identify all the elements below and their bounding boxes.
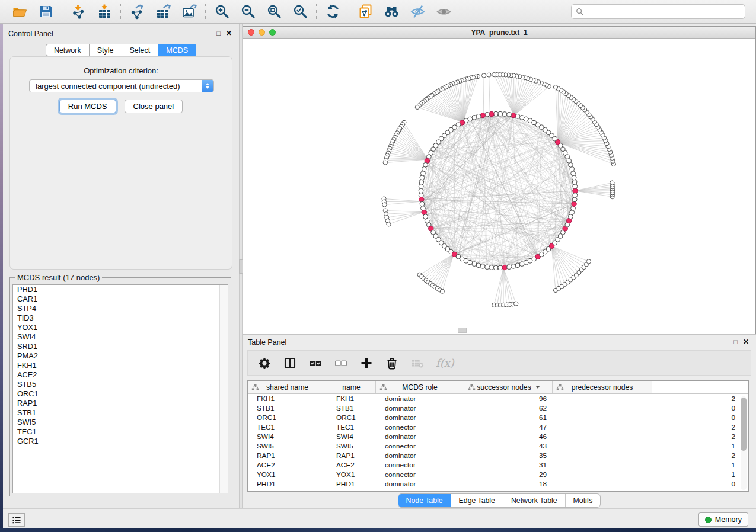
import-table-button[interactable] (95, 3, 114, 21)
graph-node[interactable] (383, 161, 387, 165)
zoom-in-button[interactable] (212, 3, 231, 21)
graph-node[interactable] (420, 175, 425, 180)
dominator-node[interactable] (502, 265, 507, 270)
graph-node[interactable] (573, 184, 578, 189)
close-table-panel-icon[interactable]: ✕ (743, 338, 749, 345)
graph-node[interactable] (487, 73, 491, 77)
dominator-node[interactable] (573, 188, 578, 193)
search-input[interactable] (587, 7, 741, 17)
table-scrollbar-thumb[interactable] (741, 398, 747, 451)
graph-node[interactable] (570, 210, 575, 215)
graph-node[interactable] (480, 264, 485, 269)
table-row[interactable]: SWI5SWI5connector431 (248, 441, 748, 451)
table-scrollbar[interactable] (741, 396, 747, 490)
mcds-result-item[interactable]: TEC1 (13, 427, 228, 437)
table-row[interactable]: ACE2ACE2connector311 (248, 460, 748, 470)
graph-node[interactable] (573, 193, 578, 198)
graph-node[interactable] (419, 188, 423, 193)
graph-node[interactable] (553, 85, 557, 89)
deselect-all-button[interactable] (334, 356, 348, 370)
graph-node[interactable] (387, 222, 391, 226)
dominator-node[interactable] (480, 113, 485, 117)
tab-edge-table[interactable]: Edge Table (451, 494, 503, 507)
table-row[interactable]: RAP1RAP1dominator352 (248, 451, 748, 460)
table-row[interactable]: TEC1TEC1connector472 (248, 422, 748, 432)
graph-node[interactable] (493, 265, 498, 270)
columns-button[interactable] (283, 356, 297, 370)
column-header-shared-name[interactable]: shared name (248, 381, 327, 393)
tab-style[interactable]: Style (90, 44, 122, 56)
mcds-result-item[interactable]: PMA2 (13, 351, 228, 361)
dominator-node[interactable] (419, 197, 424, 202)
hide-selected-button[interactable] (408, 3, 427, 21)
mcds-result-item[interactable]: RAP1 (13, 399, 228, 408)
mcds-result-item[interactable]: STP4 (13, 304, 228, 313)
minimize-window-icon[interactable] (259, 29, 265, 36)
save-session-button[interactable] (36, 3, 55, 21)
delete-row-button[interactable] (385, 356, 399, 370)
graph-node[interactable] (422, 167, 426, 172)
column-header-successor-nodes[interactable]: successor nodes (464, 381, 553, 393)
graph-node[interactable] (498, 111, 503, 116)
open-file-button[interactable] (10, 3, 29, 21)
close-panel-button[interactable]: Close panel (125, 100, 183, 113)
mcds-result-item[interactable]: TID3 (13, 313, 228, 323)
graph-node[interactable] (420, 201, 425, 206)
graph-node[interactable] (507, 112, 512, 117)
mcds-result-item[interactable]: PHD1 (13, 285, 228, 294)
graph-node[interactable] (489, 265, 494, 270)
select-all-button[interactable] (308, 356, 323, 370)
graph-node[interactable] (421, 171, 426, 176)
graph-node[interactable] (571, 171, 576, 176)
float-panel-icon[interactable]: □ (216, 30, 221, 37)
table-row[interactable]: STB1STB1dominator620 (248, 403, 748, 413)
search-binoculars-button[interactable] (382, 3, 401, 21)
import-network-button[interactable] (69, 3, 88, 21)
dominator-node[interactable] (489, 111, 494, 116)
show-all-button[interactable] (434, 3, 453, 21)
task-history-button[interactable] (8, 513, 25, 527)
tab-network-table[interactable]: Network Table (503, 494, 565, 507)
run-mcds-button[interactable]: Run MCDS (59, 100, 116, 113)
table-row[interactable]: SWI4SWI4dominator462 (248, 432, 748, 441)
mcds-result-item[interactable]: CAR1 (13, 294, 228, 304)
destroy-table-button[interactable] (410, 356, 425, 370)
clone-network-button[interactable] (356, 3, 375, 21)
table-row[interactable]: ORC1ORC1dominator610 (248, 413, 748, 422)
mcds-result-item[interactable]: SWI5 (13, 418, 228, 427)
result-list-scrollbar[interactable] (219, 285, 228, 493)
mcds-result-list[interactable]: PHD1CAR1STP4TID3YOX1SWI4SRD1PMA2FKH1ACE2… (12, 284, 228, 493)
export-image-button[interactable] (180, 3, 199, 21)
graph-node[interactable] (472, 262, 477, 267)
refresh-layout-button[interactable] (323, 3, 342, 21)
maximize-window-icon[interactable] (269, 29, 276, 36)
zoom-selected-button[interactable] (291, 3, 310, 21)
mcds-result-item[interactable]: STB1 (13, 408, 228, 418)
graph-node[interactable] (419, 184, 423, 189)
function-builder-button[interactable]: f(x) (436, 357, 454, 369)
column-header-predecessor-nodes[interactable]: predecessor nodes (553, 381, 652, 393)
horizontal-splitter-handle[interactable] (458, 328, 467, 333)
node-table[interactable]: shared namenameMCDS rolesuccessor nodesp… (247, 380, 749, 492)
mcds-result-item[interactable]: STB5 (13, 380, 228, 389)
graph-node[interactable] (382, 203, 387, 207)
zoom-fit-button[interactable] (264, 3, 283, 21)
criterion-select[interactable]: largest connected component (undirected) (29, 79, 214, 92)
graph-node[interactable] (572, 175, 576, 180)
table-row[interactable]: FKH1FKH1dominator962 (248, 394, 748, 403)
graph-node[interactable] (482, 73, 486, 78)
graph-node[interactable] (515, 263, 520, 268)
column-header-MCDS-role[interactable]: MCDS role (376, 381, 464, 393)
export-network-button[interactable] (127, 3, 146, 21)
graph-node[interactable] (514, 302, 518, 306)
mcds-result-item[interactable]: YOX1 (13, 323, 228, 332)
graph-node[interactable] (440, 289, 444, 293)
mcds-result-item[interactable]: ACE2 (13, 370, 228, 380)
graph-node[interactable] (485, 265, 490, 270)
network-canvas[interactable] (243, 38, 755, 334)
export-table-button[interactable] (154, 3, 173, 21)
network-window-titlebar[interactable]: YPA_prune.txt_1 (243, 27, 755, 39)
graph-node[interactable] (511, 264, 516, 269)
column-header-name[interactable]: name (327, 381, 376, 393)
mcds-result-item[interactable]: ORC1 (13, 389, 228, 399)
